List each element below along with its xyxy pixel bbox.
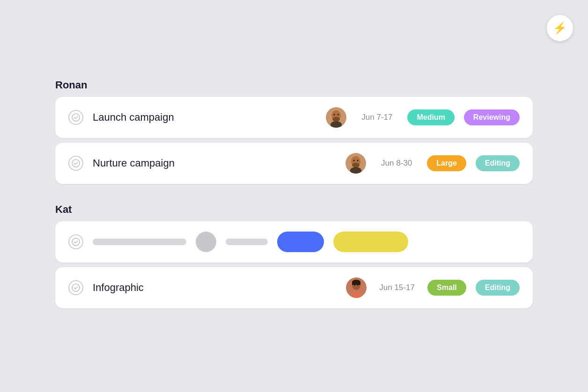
svg-point-7 — [72, 160, 80, 167]
date-range-nurture-campaign: Jun 8-30 — [375, 159, 418, 168]
svg-point-11 — [353, 160, 355, 161]
task-title-infographic: Infographic — [93, 282, 337, 294]
svg-point-12 — [357, 160, 359, 161]
task-card-infographic: Infographic Jun 15-17SmallEditing — [55, 267, 533, 308]
check-icon-loading-task[interactable] — [68, 234, 83, 249]
svg-point-15 — [72, 284, 80, 291]
task-title-launch-campaign: Launch campaign — [93, 111, 316, 123]
svg-point-21 — [357, 284, 359, 286]
check-icon-infographic[interactable] — [68, 280, 83, 295]
task-title-placeholder-loading-task — [93, 239, 186, 245]
check-icon-nurture-campaign[interactable] — [68, 156, 83, 171]
svg-point-3 — [332, 117, 340, 122]
task-card-nurture-campaign: Nurture campaign Jun 8-30LargeEditing — [55, 143, 533, 184]
status-badge-infographic[interactable]: Editing — [476, 280, 520, 296]
status-badge-nurture-campaign[interactable]: Editing — [476, 155, 520, 171]
priority-badge-infographic[interactable]: Small — [427, 280, 466, 296]
svg-point-0 — [72, 114, 80, 121]
svg-point-4 — [334, 114, 335, 116]
task-card-launch-campaign: Launch campaign Jun 7-17MediumReviewing — [55, 97, 533, 138]
section-label-ronan: Ronan — [55, 79, 533, 91]
svg-point-14 — [72, 238, 80, 246]
date-range-infographic: Jun 15-17 — [376, 283, 418, 292]
lightning-icon: ⚡ — [553, 22, 567, 35]
svg-point-10 — [352, 163, 360, 167]
main-container: Ronan Launch campaign Jun 7-17MediumRevi… — [55, 70, 533, 322]
date-range-launch-campaign: Jun 7-17 — [356, 113, 398, 122]
priority-badge-placeholder-loading-task[interactable] — [277, 232, 324, 252]
task-title-nurture-campaign: Nurture campaign — [93, 157, 336, 169]
section-label-kat: Kat — [55, 203, 533, 216]
avatar-infographic — [346, 277, 367, 298]
date-placeholder-loading-task — [226, 239, 268, 245]
lightning-quick-action-button[interactable]: ⚡ — [547, 15, 573, 41]
task-card-loading-task — [55, 221, 533, 262]
svg-point-20 — [354, 284, 355, 286]
avatar-placeholder-loading-task — [196, 232, 216, 252]
priority-badge-nurture-campaign[interactable]: Large — [427, 155, 466, 171]
section-kat: Kat Infographic Jun 15-17SmallEditing — [55, 203, 533, 313]
status-badge-placeholder-loading-task[interactable] — [333, 232, 408, 252]
svg-point-5 — [338, 114, 339, 116]
priority-badge-launch-campaign[interactable]: Medium — [407, 109, 454, 125]
avatar-launch-campaign — [326, 107, 346, 128]
status-badge-launch-campaign[interactable]: Reviewing — [464, 109, 520, 125]
avatar-nurture-campaign — [345, 153, 366, 174]
svg-rect-19 — [352, 282, 360, 285]
check-icon-launch-campaign[interactable] — [68, 110, 83, 125]
section-ronan: Ronan Launch campaign Jun 7-17MediumRevi… — [55, 79, 533, 189]
